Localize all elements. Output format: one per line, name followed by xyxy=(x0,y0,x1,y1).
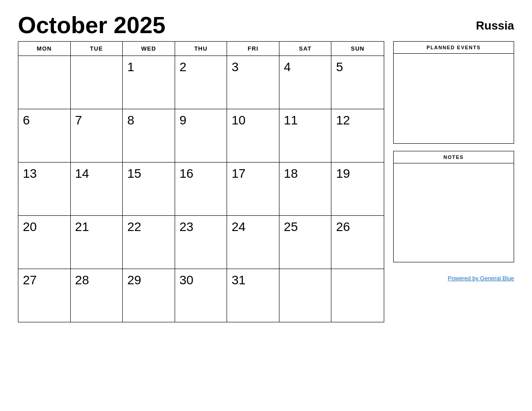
day-number-22: 22 xyxy=(127,220,141,234)
day-number-27: 27 xyxy=(23,273,37,287)
calendar-section: MON TUE WED THU FRI SAT SUN 123456789101… xyxy=(18,41,384,322)
day-number-18: 18 xyxy=(284,167,298,180)
day-cell-1-3: 1 xyxy=(123,56,175,109)
day-number-5: 5 xyxy=(336,60,343,74)
day-cell-5-5: 31 xyxy=(227,269,279,322)
day-number-2: 2 xyxy=(180,60,187,74)
day-cell-2-7: 12 xyxy=(331,109,384,162)
day-number-29: 29 xyxy=(127,273,141,287)
week-row-1: 12345 xyxy=(18,56,384,109)
country-title: Russia xyxy=(476,13,514,31)
day-header-sat: SAT xyxy=(279,42,332,56)
day-cell-4-2: 21 xyxy=(71,216,123,269)
day-header-sun: SUN xyxy=(331,42,384,56)
day-number-19: 19 xyxy=(336,167,350,180)
planned-events-header: PLANNED EVENTS xyxy=(394,42,514,54)
page-header: October 2025 Russia xyxy=(18,13,514,37)
day-cell-3-3: 15 xyxy=(123,163,175,215)
day-cell-3-6: 18 xyxy=(279,163,332,215)
day-cell-2-2: 7 xyxy=(71,109,123,162)
week-row-3: 13141516171819 xyxy=(18,163,384,216)
day-cell-2-3: 8 xyxy=(123,109,175,162)
calendar-grid: MON TUE WED THU FRI SAT SUN 123456789101… xyxy=(18,41,384,322)
day-number-9: 9 xyxy=(180,113,187,127)
day-cell-4-3: 22 xyxy=(123,216,175,269)
day-number-20: 20 xyxy=(23,220,37,234)
day-number-14: 14 xyxy=(75,167,89,180)
day-number-12: 12 xyxy=(336,113,350,127)
day-headers-row: MON TUE WED THU FRI SAT SUN xyxy=(18,42,384,56)
day-cell-4-5: 24 xyxy=(227,216,279,269)
main-layout: MON TUE WED THU FRI SAT SUN 123456789101… xyxy=(18,41,514,322)
day-cell-3-7: 19 xyxy=(331,163,384,215)
day-number-21: 21 xyxy=(75,220,89,234)
day-header-wed: WED xyxy=(123,42,175,56)
day-cell-1-7: 5 xyxy=(331,56,384,109)
day-cell-1-6: 4 xyxy=(279,56,332,109)
day-number-26: 26 xyxy=(336,220,350,234)
day-cell-2-4: 9 xyxy=(175,109,227,162)
planned-events-content xyxy=(394,54,514,143)
day-number-8: 8 xyxy=(127,113,134,127)
day-number-4: 4 xyxy=(284,60,291,74)
day-number-13: 13 xyxy=(23,167,37,180)
day-cell-5-4: 30 xyxy=(175,269,227,322)
day-cell-4-1: 20 xyxy=(18,216,71,269)
day-cell-2-5: 10 xyxy=(227,109,279,162)
week-row-5: 2728293031 xyxy=(18,269,384,322)
day-cell-5-2: 28 xyxy=(71,269,123,322)
day-number-28: 28 xyxy=(75,273,89,287)
week-row-2: 6789101112 xyxy=(18,109,384,163)
notes-content xyxy=(394,163,514,262)
day-number-6: 6 xyxy=(23,113,30,127)
day-cell-5-6 xyxy=(279,269,332,322)
day-cell-3-1: 13 xyxy=(18,163,71,215)
month-title: October 2025 xyxy=(18,13,166,37)
day-cell-3-5: 17 xyxy=(227,163,279,215)
day-number-15: 15 xyxy=(127,167,141,180)
day-cell-1-5: 3 xyxy=(227,56,279,109)
day-cell-2-6: 11 xyxy=(279,109,332,162)
day-cell-4-7: 26 xyxy=(331,216,384,269)
powered-by: Powered by General Blue xyxy=(393,274,514,282)
day-cell-3-4: 16 xyxy=(175,163,227,215)
day-cell-1-4: 2 xyxy=(175,56,227,109)
day-header-tue: TUE xyxy=(71,42,123,56)
notes-box: NOTES xyxy=(393,151,514,262)
day-cell-3-2: 14 xyxy=(71,163,123,215)
powered-by-link[interactable]: Powered by General Blue xyxy=(448,275,514,282)
day-number-23: 23 xyxy=(180,220,193,234)
day-cell-2-1: 6 xyxy=(18,109,71,162)
weeks-container: 1234567891011121314151617181920212223242… xyxy=(18,56,384,322)
day-number-10: 10 xyxy=(232,113,245,127)
day-cell-4-4: 23 xyxy=(175,216,227,269)
day-cell-5-7 xyxy=(331,269,384,322)
day-number-31: 31 xyxy=(232,273,245,287)
day-number-1: 1 xyxy=(127,60,134,74)
sidebar-section: PLANNED EVENTS NOTES Powered by General … xyxy=(393,41,514,282)
day-number-25: 25 xyxy=(284,220,298,234)
day-number-3: 3 xyxy=(232,60,239,74)
day-cell-5-1: 27 xyxy=(18,269,71,322)
day-number-7: 7 xyxy=(75,113,82,127)
day-cell-5-3: 29 xyxy=(123,269,175,322)
week-row-4: 20212223242526 xyxy=(18,216,384,269)
day-header-mon: MON xyxy=(18,42,71,56)
planned-events-box: PLANNED EVENTS xyxy=(393,41,514,144)
notes-header: NOTES xyxy=(394,151,514,163)
day-cell-1-2 xyxy=(71,56,123,109)
day-number-17: 17 xyxy=(232,167,245,180)
day-number-16: 16 xyxy=(180,167,193,180)
day-header-fri: FRI xyxy=(227,42,279,56)
day-header-thu: THU xyxy=(175,42,227,56)
day-cell-1-1 xyxy=(18,56,71,109)
day-cell-4-6: 25 xyxy=(279,216,332,269)
day-number-30: 30 xyxy=(180,273,193,287)
day-number-24: 24 xyxy=(232,220,245,234)
day-number-11: 11 xyxy=(284,113,298,127)
